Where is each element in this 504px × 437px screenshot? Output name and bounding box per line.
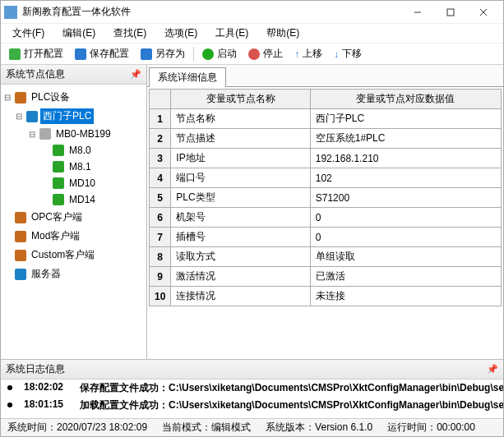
bullet-icon bbox=[7, 385, 12, 390]
window-title: 新阁教育配置一体化软件 bbox=[22, 5, 401, 19]
arrow-down-icon: ↓ bbox=[334, 48, 339, 60]
row-name: 连接情况 bbox=[171, 287, 310, 306]
maximize-button[interactable] bbox=[434, 2, 467, 22]
row-value: 单组读取 bbox=[310, 247, 501, 267]
detail-grid: 变量或节点名称 变量或节点对应数据值 1节点名称西门子PLC2节点描述空压系统1… bbox=[149, 89, 502, 306]
save-icon bbox=[75, 48, 86, 60]
row-name: 插槽号 bbox=[171, 228, 310, 247]
pin-icon[interactable]: 📌 bbox=[487, 364, 498, 375]
save-config-button[interactable]: 保存配置 bbox=[70, 45, 134, 62]
server-icon bbox=[15, 269, 26, 280]
close-button[interactable] bbox=[467, 2, 500, 22]
tree-siemens-plc[interactable]: ⊟西门子PLC bbox=[2, 107, 145, 126]
row-index: 1 bbox=[150, 109, 171, 129]
row-index: 5 bbox=[150, 188, 171, 208]
log-message: 保存配置文件成功：C:\Users\xiketang\Documents\CMS… bbox=[80, 381, 503, 395]
statusbar: 系统时间：2020/07/23 18:02:09 当前模式：编辑模式 系统版本：… bbox=[1, 418, 503, 436]
pin-icon[interactable]: 📌 bbox=[130, 69, 141, 80]
tab-detail[interactable]: 系统详细信息 bbox=[149, 67, 226, 87]
row-name: 端口号 bbox=[171, 168, 310, 188]
table-row[interactable]: 1节点名称西门子PLC bbox=[150, 109, 502, 129]
tree-leaf[interactable]: MD10 bbox=[2, 175, 145, 191]
log-panel-title: 系统日志信息 bbox=[6, 362, 65, 376]
saveas-button[interactable]: 另存为 bbox=[136, 45, 190, 62]
saveas-icon bbox=[141, 48, 152, 60]
svg-rect-1 bbox=[447, 9, 454, 16]
row-value: 已激活 bbox=[310, 267, 501, 287]
table-row[interactable]: 2节点描述空压系统1#PLC bbox=[150, 129, 502, 149]
tree-root-plc[interactable]: ⊟PLC设备 bbox=[2, 88, 145, 107]
menu-file[interactable]: 文件(F) bbox=[4, 24, 53, 43]
plc-icon bbox=[26, 111, 38, 122]
status-runtime: 运行时间：00:00:00 bbox=[387, 421, 475, 435]
custom-icon bbox=[15, 250, 26, 261]
tree-opc-client[interactable]: OPC客户端 bbox=[2, 208, 145, 227]
status-systime: 系统时间：2020/07/23 18:02:09 bbox=[7, 421, 147, 435]
log-panel-header: 系统日志信息 📌 bbox=[1, 360, 503, 380]
collapse-icon[interactable]: ⊟ bbox=[2, 93, 12, 102]
table-row[interactable]: 3IP地址192.168.1.210 bbox=[150, 149, 502, 168]
tree-server[interactable]: 服务器 bbox=[2, 264, 145, 283]
menubar: 文件(F) 编辑(E) 查找(E) 选项(E) 工具(E) 帮助(E) bbox=[1, 24, 503, 44]
log-row: 18:01:15加载配置文件成功：C:\Users\xiketang\Docum… bbox=[1, 397, 503, 414]
menu-edit[interactable]: 编辑(E) bbox=[54, 24, 104, 43]
row-name: IP地址 bbox=[171, 149, 310, 168]
collapse-icon[interactable]: ⊟ bbox=[14, 112, 24, 121]
minimize-button[interactable] bbox=[401, 2, 434, 22]
table-row[interactable]: 7插槽号0 bbox=[150, 228, 502, 247]
table-row[interactable]: 4端口号102 bbox=[150, 168, 502, 188]
table-row[interactable]: 8读取方式单组读取 bbox=[150, 247, 502, 267]
col-name: 变量或节点名称 bbox=[171, 90, 310, 109]
menu-option[interactable]: 选项(E) bbox=[156, 24, 206, 43]
opc-icon bbox=[15, 212, 26, 223]
tab-row: 系统详细信息 bbox=[147, 65, 503, 87]
status-mode: 当前模式：编辑模式 bbox=[162, 421, 251, 435]
left-panel-title: 系统节点信息 bbox=[6, 67, 65, 81]
collapse-icon[interactable]: ⊟ bbox=[27, 130, 37, 139]
right-panel: 系统详细信息 变量或节点名称 变量或节点对应数据值 1节点名称西门子PLC2节点… bbox=[147, 65, 503, 359]
col-index bbox=[150, 90, 171, 109]
table-row[interactable]: 10连接情况未连接 bbox=[150, 287, 502, 306]
device-icon bbox=[15, 92, 26, 104]
start-button[interactable]: 启动 bbox=[197, 45, 242, 62]
row-name: 读取方式 bbox=[171, 247, 310, 267]
log-time: 18:02:02 bbox=[24, 381, 68, 395]
mem-icon bbox=[53, 161, 64, 172]
row-value: 0 bbox=[310, 228, 501, 247]
menu-tool[interactable]: 工具(E) bbox=[207, 24, 257, 43]
move-down-button[interactable]: ↓下移 bbox=[329, 45, 367, 62]
tree-leaf[interactable]: M8.0 bbox=[2, 142, 145, 159]
table-row[interactable]: 6机架号0 bbox=[150, 208, 502, 228]
row-name: 节点名称 bbox=[171, 109, 310, 129]
tree-custom-client[interactable]: Custom客户端 bbox=[2, 246, 145, 264]
log-message: 加载配置文件成功：C:\Users\xiketang\Documents\CMS… bbox=[80, 398, 503, 412]
row-name: PLC类型 bbox=[171, 188, 310, 208]
row-index: 2 bbox=[150, 129, 171, 149]
col-value: 变量或节点对应数据值 bbox=[310, 90, 501, 109]
range-icon bbox=[39, 128, 51, 140]
table-row[interactable]: 9激活情况已激活 bbox=[150, 267, 502, 287]
open-config-button[interactable]: 打开配置 bbox=[4, 45, 68, 62]
tree-mb-range[interactable]: ⊟MB0-MB199 bbox=[2, 126, 145, 142]
row-value: 102 bbox=[310, 168, 501, 188]
log-panel: 系统日志信息 📌 18:02:02保存配置文件成功：C:\Users\xiket… bbox=[1, 359, 503, 418]
mod-icon bbox=[15, 231, 26, 242]
tree-mod-client[interactable]: Mod客户端 bbox=[2, 227, 145, 246]
mem-icon bbox=[53, 177, 64, 189]
folder-icon bbox=[9, 48, 21, 60]
bullet-icon bbox=[7, 402, 12, 407]
menu-help[interactable]: 帮助(E) bbox=[258, 24, 307, 43]
table-row[interactable]: 5PLC类型S71200 bbox=[150, 188, 502, 208]
row-index: 9 bbox=[150, 267, 171, 287]
move-up-button[interactable]: ↑上移 bbox=[289, 45, 327, 62]
row-value: 西门子PLC bbox=[310, 109, 501, 129]
row-index: 7 bbox=[150, 228, 171, 247]
stop-button[interactable]: 停止 bbox=[243, 45, 288, 62]
tree-leaf[interactable]: MD14 bbox=[2, 191, 145, 208]
row-name: 激活情况 bbox=[171, 267, 310, 287]
app-icon bbox=[4, 6, 17, 19]
menu-find[interactable]: 查找(E) bbox=[105, 24, 155, 43]
row-index: 3 bbox=[150, 149, 171, 168]
row-index: 6 bbox=[150, 208, 171, 228]
tree-leaf[interactable]: M8.1 bbox=[2, 159, 145, 175]
